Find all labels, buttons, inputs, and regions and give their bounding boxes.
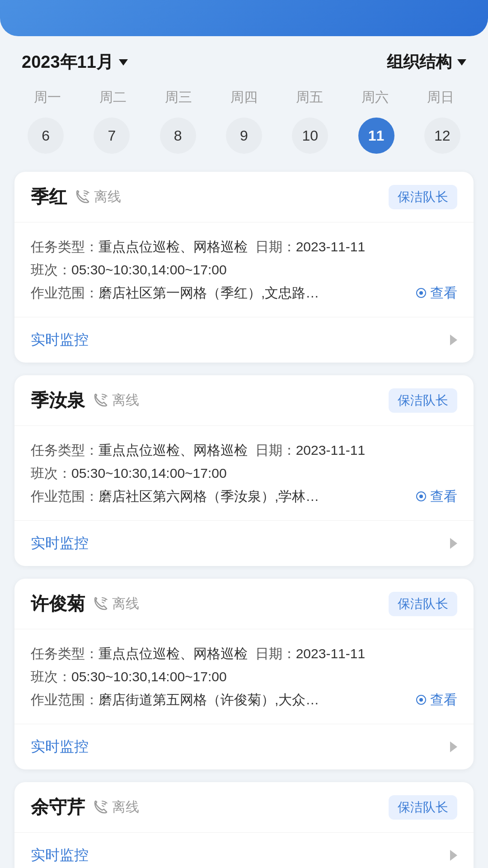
phone-icon: [92, 596, 112, 612]
date-circle[interactable]: 9: [226, 118, 262, 154]
chevron-right-icon: [450, 741, 457, 752]
role-badge: 保洁队长: [389, 185, 457, 209]
date-value: 2023-11-11: [296, 642, 365, 665]
shift-label: 班次：: [31, 462, 71, 485]
scope-value: 磨店街道第五网格（许俊菊）,大众…: [99, 692, 319, 707]
worker-name: 季红: [31, 184, 67, 209]
realtime-text: 实时监控: [31, 533, 89, 553]
week-day-label: 周三: [145, 85, 211, 110]
date-circle[interactable]: 11: [358, 118, 394, 154]
task-type-label: 任务类型：: [31, 642, 99, 665]
worker-card: 季汝泉 离线保洁队长任务类型：重点点位巡检、网格巡检 日期：2023-11-11…: [14, 375, 474, 566]
shift-line: 班次：05:30~10:30,14:00~17:00: [31, 665, 457, 688]
date-value: 2023-11-11: [296, 235, 365, 258]
worker-header: 许俊菊 离线保洁队长: [14, 579, 474, 629]
task-type-value: 重点点位巡检、网格巡检: [99, 235, 248, 258]
date-circle[interactable]: 10: [292, 118, 328, 154]
view-link[interactable]: 查看: [415, 281, 457, 304]
realtime-text: 实时监控: [31, 737, 89, 757]
task-type-value: 重点点位巡检、网格巡检: [99, 642, 248, 665]
month-selector[interactable]: 2023年11月: [22, 51, 128, 74]
scope-text: 作业范围：磨店社区第六网格（季汝泉）,学林…: [31, 485, 319, 508]
week-day-label: 周六: [343, 85, 408, 110]
realtime-monitor[interactable]: 实时监控: [14, 833, 474, 868]
task-type-line: 任务类型：重点点位巡检、网格巡检 日期：2023-11-11: [31, 439, 457, 462]
org-dropdown-icon: [457, 59, 466, 66]
worker-status: 离线: [112, 391, 389, 410]
realtime-text: 实时监控: [31, 845, 89, 865]
shift-value: 05:30~10:30,14:00~17:00: [71, 462, 227, 485]
shift-line: 班次：05:30~10:30,14:00~17:00: [31, 258, 457, 281]
worker-card: 季红 离线保洁队长任务类型：重点点位巡检、网格巡检 日期：2023-11-11班…: [14, 172, 474, 363]
week-day-label: 周日: [408, 85, 474, 110]
scope-text: 作业范围：磨店街道第五网格（许俊菊）,大众…: [31, 688, 319, 711]
week-calendar: 周一周二周三周四周五周六周日 6789101112: [0, 85, 488, 165]
week-day-label: 周四: [211, 85, 277, 110]
date-circle[interactable]: 7: [94, 118, 130, 154]
svg-point-1: [419, 291, 423, 295]
date-label: 日期：: [255, 439, 296, 462]
org-title: 组织结构: [387, 51, 452, 73]
date-label: 日期：: [255, 235, 296, 258]
top-bar: [0, 0, 488, 36]
scope-text: 作业范围：磨店社区第一网格（季红）,文忠路…: [31, 281, 319, 304]
realtime-monitor[interactable]: 实时监控: [14, 317, 474, 363]
org-selector[interactable]: 组织结构: [387, 51, 466, 73]
worker-status: 离线: [94, 188, 389, 206]
month-title: 2023年11月: [22, 51, 113, 74]
view-link[interactable]: 查看: [415, 688, 457, 711]
shift-value: 05:30~10:30,14:00~17:00: [71, 665, 227, 688]
phone-icon: [92, 392, 112, 409]
date-value: 2023-11-11: [296, 439, 365, 462]
scope-value: 磨店社区第一网格（季红）,文忠路…: [99, 285, 319, 300]
date-circle[interactable]: 6: [28, 118, 64, 154]
date-circle[interactable]: 12: [424, 118, 460, 154]
worker-name: 季汝泉: [31, 388, 85, 413]
worker-header: 余守芹 离线保洁队长: [14, 782, 474, 833]
week-day-label: 周一: [14, 85, 80, 110]
role-badge: 保洁队长: [389, 388, 457, 413]
worker-name: 余守芹: [31, 795, 85, 820]
worker-card: 许俊菊 离线保洁队长任务类型：重点点位巡检、网格巡检 日期：2023-11-11…: [14, 579, 474, 769]
date-circle[interactable]: 8: [160, 118, 196, 154]
realtime-text: 实时监控: [31, 330, 89, 350]
shift-line: 班次：05:30~10:30,14:00~17:00: [31, 462, 457, 485]
scope-label: 作业范围：: [31, 692, 99, 707]
date-label: 日期：: [255, 642, 296, 665]
task-info: 任务类型：重点点位巡检、网格巡检 日期：2023-11-11班次：05:30~1…: [14, 629, 474, 724]
role-badge: 保洁队长: [389, 592, 457, 616]
worker-header: 季红 离线保洁队长: [14, 172, 474, 222]
scope-line: 作业范围：磨店社区第六网格（季汝泉）,学林…查看: [31, 485, 457, 508]
worker-header: 季汝泉 离线保洁队长: [14, 375, 474, 426]
realtime-monitor[interactable]: 实时监控: [14, 724, 474, 769]
week-dates: 6789101112: [14, 118, 474, 154]
chevron-right-icon: [450, 850, 457, 861]
shift-label: 班次：: [31, 258, 71, 281]
task-type-line: 任务类型：重点点位巡检、网格巡检 日期：2023-11-11: [31, 642, 457, 665]
view-link[interactable]: 查看: [415, 485, 457, 508]
task-info: 任务类型：重点点位巡检、网格巡检 日期：2023-11-11班次：05:30~1…: [14, 222, 474, 317]
phone-icon: [74, 189, 94, 205]
month-dropdown-icon: [119, 59, 128, 66]
shift-label: 班次：: [31, 665, 71, 688]
scope-line: 作业范围：磨店街道第五网格（许俊菊）,大众…查看: [31, 688, 457, 711]
shift-value: 05:30~10:30,14:00~17:00: [71, 258, 227, 281]
worker-status: 离线: [112, 594, 389, 613]
svg-point-3: [419, 495, 423, 498]
chevron-right-icon: [450, 335, 457, 345]
phone-icon: [92, 799, 112, 816]
task-info: 任务类型：重点点位巡检、网格巡检 日期：2023-11-11班次：05:30~1…: [14, 426, 474, 521]
scope-line: 作业范围：磨店社区第一网格（季红）,文忠路…查看: [31, 281, 457, 304]
task-type-label: 任务类型：: [31, 235, 99, 258]
worker-name: 许俊菊: [31, 591, 85, 616]
chevron-right-icon: [450, 538, 457, 549]
worker-status: 离线: [112, 798, 389, 816]
worker-card: 余守芹 离线保洁队长实时监控: [14, 782, 474, 868]
realtime-monitor[interactable]: 实时监控: [14, 521, 474, 566]
week-days-header: 周一周二周三周四周五周六周日: [14, 85, 474, 110]
header: 2023年11月 组织结构: [0, 36, 488, 85]
role-badge: 保洁队长: [389, 795, 457, 820]
task-type-line: 任务类型：重点点位巡检、网格巡检 日期：2023-11-11: [31, 235, 457, 258]
scope-label: 作业范围：: [31, 489, 99, 504]
task-type-label: 任务类型：: [31, 439, 99, 462]
